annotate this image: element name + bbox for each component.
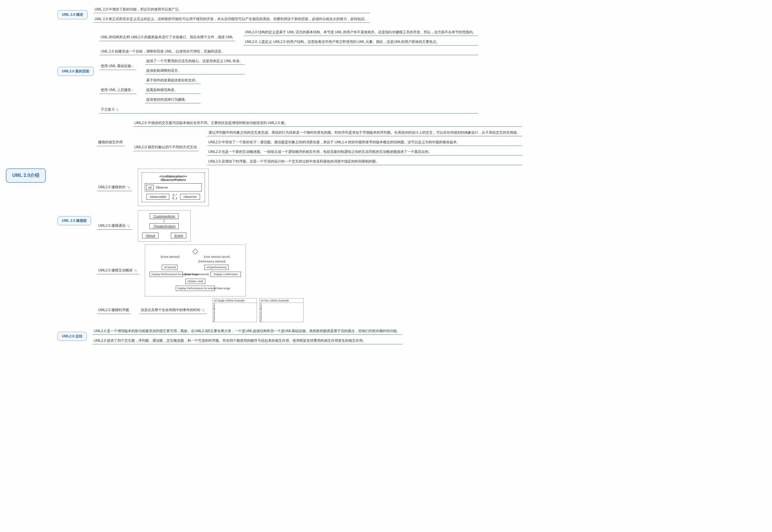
node-comm-modeling[interactable]: UML2.0 建模通信	[97, 222, 132, 230]
activity-box: Display Confirmation	[210, 272, 241, 277]
main-branches: UML 2.0 概述 UML 2.0 中增加了新的功能，所以它的使用可以更广泛。…	[57, 6, 522, 345]
obj-venue: :Venue	[142, 233, 158, 238]
leaf[interactable]: UML2.0 也是一个新的互动概述图。一组组合成一个逻辑顺序的相互作用，包括流量…	[207, 149, 522, 156]
obj-theater: :TheaterSystem	[149, 223, 179, 229]
leaf[interactable]: UML 2.0 中增加了新的功能，所以它的使用可以更广泛。	[93, 6, 369, 13]
obj-event: :Event	[171, 233, 186, 238]
mult-label: 0..*0..1	[171, 193, 178, 200]
leaf[interactable]: UML2.0 上盖定义 UML2.0 的用户结构。这意味着这些用户将立即使用的 …	[244, 39, 478, 46]
role-observable: /observable	[147, 194, 170, 200]
leaf[interactable]: 使用 UML 基础设施：	[100, 63, 136, 70]
obj-customer: :CustomerActor	[150, 213, 178, 219]
node-summary[interactable]: UML2.0 总结	[57, 332, 87, 341]
leaf[interactable]: UML2.0 中描述的交互图与旧版本相比有所不同。主要的区别是增强和附加功能添加…	[133, 120, 522, 127]
leaf[interactable]: 提高架构规范构造。	[145, 87, 201, 94]
root-node[interactable]: UML 2.0介绍	[6, 168, 46, 183]
guard: [User selected cancel]	[204, 255, 230, 258]
branch-modeling-diagrams: UML 2.0 建模图 建模的相互作用 UML2.0 中描述的交互图与旧版本相比…	[57, 119, 522, 322]
leaf[interactable]: 提供更好的选择行为建模。	[145, 97, 201, 103]
node-collab-modeling[interactable]: UML2.0 建模协作	[97, 184, 132, 191]
timing-title: sd Two Lifeline Example	[259, 299, 303, 303]
leaf[interactable]: 提供了一个可重用的元语言的核心。这是用来定义 UML 本身。	[145, 58, 245, 65]
leaf[interactable]: UML 2.0 创建完成一个目标，调整和完善 UML，以便简化可用性，实施和适应…	[100, 48, 478, 55]
leaf[interactable]: UML2.0 模型对象以四个不同的方式互动	[133, 144, 198, 151]
node-overview[interactable]: UML 2.0 概述	[57, 10, 88, 19]
branch-summary: UML2.0 总结 UML2.0 是一个增强版本的新功能被添加到使它更可用，高效…	[57, 327, 522, 345]
leaf[interactable]: 通过序列图中的对象之间的交互来完成。系统的行为目标是一个随时间变化的图。时间序列…	[207, 130, 522, 136]
guard: [Date range entered]	[184, 273, 209, 276]
leaf[interactable]: 涉及在其整个生命周期中的事件的时间	[140, 307, 207, 314]
timing-lane: Performance	[259, 308, 262, 322]
leaf[interactable]: 提供机制调整的语言。	[145, 68, 245, 74]
node-interaction-modeling[interactable]: 建模的相互作用	[97, 139, 124, 146]
diagram-timing: sd Single Lifeline Example Event Perform…	[212, 298, 304, 322]
ref-box: ref [event]	[162, 265, 177, 270]
activity-box: Display Performances for selected Event	[149, 272, 183, 277]
sd-tag: sd	[146, 185, 154, 190]
role-observer: /observer	[180, 194, 200, 200]
leaf[interactable]: UML2.0 是一个增强版本的新功能被添加到使它更可用，高效。在UML2.0的主…	[93, 328, 402, 335]
leaf[interactable]: 使用 UML 上层建筑：	[100, 87, 136, 94]
leaf[interactable]: UML2.0 提供了四个交互图，序列图，通信图，交互概览图，和一个可选的时序图。…	[93, 338, 402, 344]
leaf[interactable]: 基于组件的发展提供更好的支持。	[145, 77, 201, 84]
leaf[interactable]: UML2.0 还增加了时序图。这是一个可选的设计的一个交互的过程中发送和接收的消…	[207, 158, 522, 165]
node-new-layer[interactable]: UML2.0 新的层面	[57, 67, 94, 76]
guard: [Event selected]	[161, 255, 179, 258]
leaf[interactable]: UML2.0 中添加了一个新的名字：通信图。通信图是对象之间的消息传递，来自于 …	[207, 139, 522, 146]
node-timing-modeling[interactable]: UML2.0 建模时序图	[97, 307, 130, 314]
leaf[interactable]: UML2.0 结构的定义是基于 UML 语言的基本结构。本节是 UML 的用户并…	[244, 29, 478, 36]
sd-name: Observe	[156, 186, 168, 189]
ref-box: ref [performance]	[204, 265, 229, 270]
decision-icon	[192, 249, 198, 254]
collab-name: ObserverPattern	[161, 178, 186, 182]
leaf[interactable]: UML 的结构和文档 UML2.0 的最新版本进行了全面修订。现在有两个文件，描…	[100, 34, 235, 41]
activity-box: Display Performances for entered date ra…	[176, 286, 215, 291]
timing-title: sd Single Lifeline Example	[213, 299, 257, 303]
diagram-communication: :CustomerActor :TheaterSystem :Venue :Ev…	[138, 210, 191, 242]
diagram-collaboration: <<collaboration>>ObserverPattern sd Obse…	[138, 169, 209, 206]
timing-lane: Performance	[213, 308, 215, 322]
branch-overview: UML 2.0 概述 UML 2.0 中增加了新的功能，所以它的使用可以更广泛。…	[57, 6, 522, 23]
diagram-interaction-overview: [Event selected] [User selected cancel] …	[145, 245, 246, 296]
leaf[interactable]: UML 2.0 将正式和完全定义语义的定义。这种新的可能性可以用于模型的开发，并…	[93, 16, 369, 23]
node-overview-modeling[interactable]: UML2.0 建模互动概述	[97, 267, 139, 274]
guard: [Performance selected]	[198, 260, 225, 263]
node-modeling-diagrams[interactable]: UML 2.0 建模图	[57, 216, 91, 225]
branch-new-layer: UML2.0 新的层面 UML 的结构和文档 UML2.0 的最新版本进行了全面…	[57, 29, 522, 114]
leaf-subtopic5[interactable]: 子主题 5	[100, 106, 478, 114]
ref-box: ref(start, end)	[185, 279, 205, 284]
collab-stereotype: <<collaboration>>	[159, 175, 187, 178]
